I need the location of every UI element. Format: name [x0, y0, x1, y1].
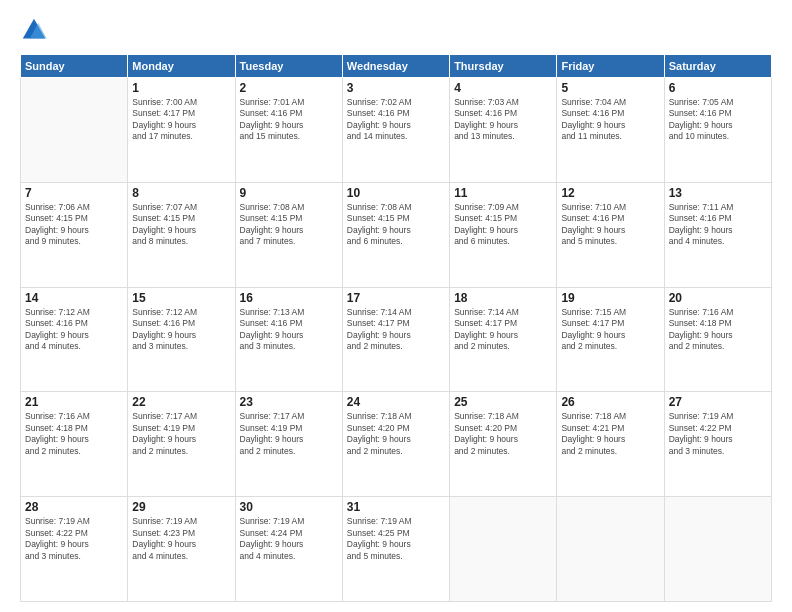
week-row-0: 1Sunrise: 7:00 AM Sunset: 4:17 PM Daylig…	[21, 78, 772, 183]
weekday-wednesday: Wednesday	[342, 55, 449, 78]
day-info: Sunrise: 7:19 AM Sunset: 4:23 PM Dayligh…	[132, 516, 230, 562]
calendar-cell: 16Sunrise: 7:13 AM Sunset: 4:16 PM Dayli…	[235, 287, 342, 392]
calendar-cell: 22Sunrise: 7:17 AM Sunset: 4:19 PM Dayli…	[128, 392, 235, 497]
day-info: Sunrise: 7:18 AM Sunset: 4:20 PM Dayligh…	[454, 411, 552, 457]
day-number: 2	[240, 81, 338, 95]
day-info: Sunrise: 7:17 AM Sunset: 4:19 PM Dayligh…	[240, 411, 338, 457]
calendar-cell: 20Sunrise: 7:16 AM Sunset: 4:18 PM Dayli…	[664, 287, 771, 392]
day-number: 21	[25, 395, 123, 409]
day-number: 26	[561, 395, 659, 409]
week-row-4: 28Sunrise: 7:19 AM Sunset: 4:22 PM Dayli…	[21, 497, 772, 602]
day-info: Sunrise: 7:16 AM Sunset: 4:18 PM Dayligh…	[669, 307, 767, 353]
day-number: 8	[132, 186, 230, 200]
day-number: 9	[240, 186, 338, 200]
calendar-cell: 10Sunrise: 7:08 AM Sunset: 4:15 PM Dayli…	[342, 182, 449, 287]
day-info: Sunrise: 7:19 AM Sunset: 4:25 PM Dayligh…	[347, 516, 445, 562]
day-info: Sunrise: 7:18 AM Sunset: 4:20 PM Dayligh…	[347, 411, 445, 457]
calendar-cell: 1Sunrise: 7:00 AM Sunset: 4:17 PM Daylig…	[128, 78, 235, 183]
day-number: 1	[132, 81, 230, 95]
day-number: 3	[347, 81, 445, 95]
day-number: 6	[669, 81, 767, 95]
calendar-cell: 11Sunrise: 7:09 AM Sunset: 4:15 PM Dayli…	[450, 182, 557, 287]
calendar-cell: 12Sunrise: 7:10 AM Sunset: 4:16 PM Dayli…	[557, 182, 664, 287]
day-number: 17	[347, 291, 445, 305]
day-number: 24	[347, 395, 445, 409]
day-number: 16	[240, 291, 338, 305]
day-info: Sunrise: 7:12 AM Sunset: 4:16 PM Dayligh…	[25, 307, 123, 353]
day-info: Sunrise: 7:14 AM Sunset: 4:17 PM Dayligh…	[454, 307, 552, 353]
calendar-cell: 9Sunrise: 7:08 AM Sunset: 4:15 PM Daylig…	[235, 182, 342, 287]
calendar-cell: 23Sunrise: 7:17 AM Sunset: 4:19 PM Dayli…	[235, 392, 342, 497]
weekday-sunday: Sunday	[21, 55, 128, 78]
calendar-cell	[21, 78, 128, 183]
day-info: Sunrise: 7:08 AM Sunset: 4:15 PM Dayligh…	[347, 202, 445, 248]
day-number: 28	[25, 500, 123, 514]
calendar-cell: 29Sunrise: 7:19 AM Sunset: 4:23 PM Dayli…	[128, 497, 235, 602]
day-number: 14	[25, 291, 123, 305]
calendar-cell	[450, 497, 557, 602]
day-info: Sunrise: 7:01 AM Sunset: 4:16 PM Dayligh…	[240, 97, 338, 143]
calendar-cell: 18Sunrise: 7:14 AM Sunset: 4:17 PM Dayli…	[450, 287, 557, 392]
calendar-cell: 27Sunrise: 7:19 AM Sunset: 4:22 PM Dayli…	[664, 392, 771, 497]
calendar-cell: 30Sunrise: 7:19 AM Sunset: 4:24 PM Dayli…	[235, 497, 342, 602]
weekday-tuesday: Tuesday	[235, 55, 342, 78]
day-info: Sunrise: 7:05 AM Sunset: 4:16 PM Dayligh…	[669, 97, 767, 143]
calendar-cell: 25Sunrise: 7:18 AM Sunset: 4:20 PM Dayli…	[450, 392, 557, 497]
day-info: Sunrise: 7:15 AM Sunset: 4:17 PM Dayligh…	[561, 307, 659, 353]
calendar-cell: 7Sunrise: 7:06 AM Sunset: 4:15 PM Daylig…	[21, 182, 128, 287]
calendar-cell: 4Sunrise: 7:03 AM Sunset: 4:16 PM Daylig…	[450, 78, 557, 183]
calendar-cell: 21Sunrise: 7:16 AM Sunset: 4:18 PM Dayli…	[21, 392, 128, 497]
day-number: 12	[561, 186, 659, 200]
day-info: Sunrise: 7:08 AM Sunset: 4:15 PM Dayligh…	[240, 202, 338, 248]
day-number: 11	[454, 186, 552, 200]
calendar-cell: 3Sunrise: 7:02 AM Sunset: 4:16 PM Daylig…	[342, 78, 449, 183]
calendar-cell: 6Sunrise: 7:05 AM Sunset: 4:16 PM Daylig…	[664, 78, 771, 183]
weekday-monday: Monday	[128, 55, 235, 78]
day-info: Sunrise: 7:11 AM Sunset: 4:16 PM Dayligh…	[669, 202, 767, 248]
day-number: 19	[561, 291, 659, 305]
page: SundayMondayTuesdayWednesdayThursdayFrid…	[0, 0, 792, 612]
calendar-cell: 31Sunrise: 7:19 AM Sunset: 4:25 PM Dayli…	[342, 497, 449, 602]
day-info: Sunrise: 7:07 AM Sunset: 4:15 PM Dayligh…	[132, 202, 230, 248]
day-info: Sunrise: 7:10 AM Sunset: 4:16 PM Dayligh…	[561, 202, 659, 248]
day-number: 4	[454, 81, 552, 95]
day-info: Sunrise: 7:02 AM Sunset: 4:16 PM Dayligh…	[347, 97, 445, 143]
day-info: Sunrise: 7:18 AM Sunset: 4:21 PM Dayligh…	[561, 411, 659, 457]
weekday-friday: Friday	[557, 55, 664, 78]
weekday-header-row: SundayMondayTuesdayWednesdayThursdayFrid…	[21, 55, 772, 78]
calendar-cell	[557, 497, 664, 602]
day-info: Sunrise: 7:19 AM Sunset: 4:24 PM Dayligh…	[240, 516, 338, 562]
calendar-cell: 14Sunrise: 7:12 AM Sunset: 4:16 PM Dayli…	[21, 287, 128, 392]
day-info: Sunrise: 7:09 AM Sunset: 4:15 PM Dayligh…	[454, 202, 552, 248]
calendar-cell: 19Sunrise: 7:15 AM Sunset: 4:17 PM Dayli…	[557, 287, 664, 392]
logo-icon	[20, 16, 48, 44]
day-info: Sunrise: 7:13 AM Sunset: 4:16 PM Dayligh…	[240, 307, 338, 353]
day-info: Sunrise: 7:16 AM Sunset: 4:18 PM Dayligh…	[25, 411, 123, 457]
day-info: Sunrise: 7:04 AM Sunset: 4:16 PM Dayligh…	[561, 97, 659, 143]
calendar-cell: 26Sunrise: 7:18 AM Sunset: 4:21 PM Dayli…	[557, 392, 664, 497]
day-number: 30	[240, 500, 338, 514]
calendar-cell: 17Sunrise: 7:14 AM Sunset: 4:17 PM Dayli…	[342, 287, 449, 392]
calendar-cell: 24Sunrise: 7:18 AM Sunset: 4:20 PM Dayli…	[342, 392, 449, 497]
day-number: 20	[669, 291, 767, 305]
day-number: 31	[347, 500, 445, 514]
day-info: Sunrise: 7:19 AM Sunset: 4:22 PM Dayligh…	[25, 516, 123, 562]
day-info: Sunrise: 7:03 AM Sunset: 4:16 PM Dayligh…	[454, 97, 552, 143]
logo	[20, 16, 52, 44]
day-info: Sunrise: 7:19 AM Sunset: 4:22 PM Dayligh…	[669, 411, 767, 457]
week-row-2: 14Sunrise: 7:12 AM Sunset: 4:16 PM Dayli…	[21, 287, 772, 392]
calendar-cell: 15Sunrise: 7:12 AM Sunset: 4:16 PM Dayli…	[128, 287, 235, 392]
day-number: 25	[454, 395, 552, 409]
week-row-1: 7Sunrise: 7:06 AM Sunset: 4:15 PM Daylig…	[21, 182, 772, 287]
day-info: Sunrise: 7:12 AM Sunset: 4:16 PM Dayligh…	[132, 307, 230, 353]
day-number: 5	[561, 81, 659, 95]
day-number: 22	[132, 395, 230, 409]
day-number: 27	[669, 395, 767, 409]
calendar-cell: 8Sunrise: 7:07 AM Sunset: 4:15 PM Daylig…	[128, 182, 235, 287]
day-number: 23	[240, 395, 338, 409]
day-info: Sunrise: 7:17 AM Sunset: 4:19 PM Dayligh…	[132, 411, 230, 457]
day-number: 7	[25, 186, 123, 200]
calendar-cell: 28Sunrise: 7:19 AM Sunset: 4:22 PM Dayli…	[21, 497, 128, 602]
week-row-3: 21Sunrise: 7:16 AM Sunset: 4:18 PM Dayli…	[21, 392, 772, 497]
day-number: 29	[132, 500, 230, 514]
